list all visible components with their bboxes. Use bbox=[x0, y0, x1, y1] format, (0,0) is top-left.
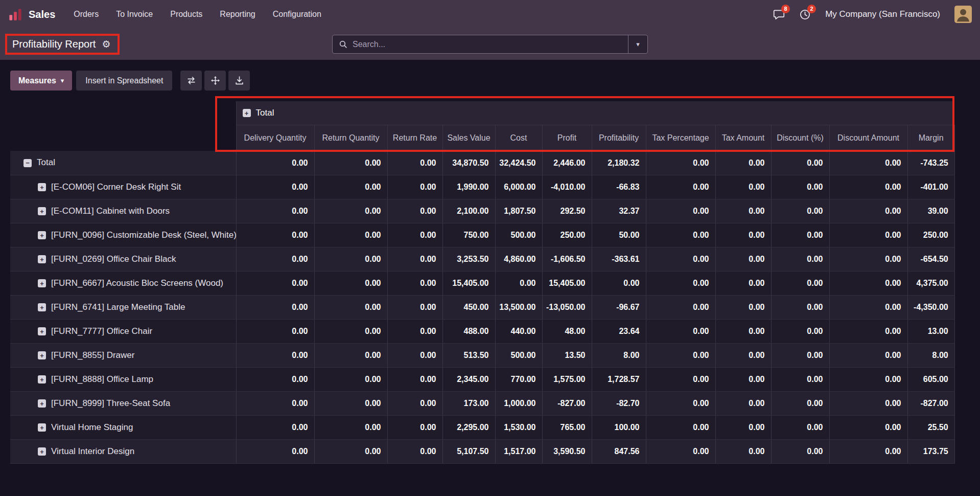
app-name[interactable]: Sales bbox=[29, 9, 55, 20]
search-input[interactable] bbox=[353, 40, 628, 49]
expand-icon[interactable]: + bbox=[243, 109, 251, 117]
pivot-table-wrap: +Total Delivery QuantityReturn QuantityR… bbox=[10, 101, 954, 464]
row-header-furn-6741-large-meeting-table[interactable]: +[FURN_6741] Large Meeting Table bbox=[10, 295, 236, 319]
expand-icon[interactable]: + bbox=[38, 399, 46, 408]
gear-icon[interactable]: ⚙ bbox=[102, 38, 110, 50]
pivot-cell: 250.00 bbox=[542, 223, 592, 247]
expand-icon[interactable]: + bbox=[38, 303, 46, 311]
pivot-cell: 32,424.50 bbox=[495, 151, 542, 175]
row-header-virtual-interior-design[interactable]: +Virtual Interior Design bbox=[10, 439, 236, 463]
column-header-profit[interactable]: Profit bbox=[542, 125, 592, 151]
pivot-cell: 0.00 bbox=[771, 415, 829, 439]
pivot-cell: 0.00 bbox=[715, 271, 771, 295]
pivot-cell: -363.61 bbox=[592, 247, 646, 271]
pivot-cell: 0.00 bbox=[314, 295, 387, 319]
pivot-cell: 0.00 bbox=[387, 439, 442, 463]
menu-item-configuration[interactable]: Configuration bbox=[273, 10, 321, 19]
row-header-furn-8855-drawer[interactable]: +[FURN_8855] Drawer bbox=[10, 343, 236, 367]
row-label: [FURN_8888] Office Lamp bbox=[51, 374, 153, 384]
pivot-cell: 0.00 bbox=[314, 343, 387, 367]
expand-icon[interactable]: + bbox=[38, 351, 46, 359]
row-header-virtual-home-staging[interactable]: +Virtual Home Staging bbox=[10, 415, 236, 439]
avatar[interactable] bbox=[954, 6, 972, 23]
expand-icon[interactable]: + bbox=[38, 255, 46, 263]
pivot-cell: 0.00 bbox=[314, 199, 387, 223]
pivot-cell: 0.00 bbox=[387, 391, 442, 415]
column-header-tax-amount[interactable]: Tax Amount bbox=[715, 125, 771, 151]
column-header-cost[interactable]: Cost bbox=[495, 125, 542, 151]
collapse-icon[interactable]: − bbox=[24, 159, 32, 167]
pivot-toolbar: Measures ▾ Insert in Spreadsheet bbox=[10, 71, 980, 91]
expand-icon[interactable]: + bbox=[38, 183, 46, 191]
row-header-furn-0096-customizable-desk-steel-white[interactable]: +[FURN_0096] Customizable Desk (Steel, W… bbox=[10, 223, 236, 247]
expand-icon[interactable]: + bbox=[38, 423, 46, 432]
pivot-cell: 8.00 bbox=[907, 343, 954, 367]
app-logo-icon[interactable] bbox=[8, 7, 22, 21]
pivot-cell: 0.00 bbox=[646, 247, 715, 271]
pivot-cell: 605.00 bbox=[907, 367, 954, 391]
menu-item-reporting[interactable]: Reporting bbox=[220, 10, 255, 19]
column-header-return-rate[interactable]: Return Rate bbox=[387, 125, 442, 151]
pivot-cell: 1,000.00 bbox=[495, 391, 542, 415]
menu-item-to-invoice[interactable]: To Invoice bbox=[116, 10, 153, 19]
row-header-furn-0269-office-chair-black[interactable]: +[FURN_0269] Office Chair Black bbox=[10, 247, 236, 271]
pivot-cell: 0.00 bbox=[387, 199, 442, 223]
row-header-e-com06-corner-desk-right-sit[interactable]: +[E-COM06] Corner Desk Right Sit bbox=[10, 175, 236, 199]
pivot-cell: 100.00 bbox=[592, 415, 646, 439]
messages-button[interactable]: 8 bbox=[773, 9, 785, 20]
pivot-col-group[interactable]: +Total bbox=[236, 101, 954, 125]
expand-icon[interactable]: + bbox=[38, 207, 46, 215]
pivot-cell: 0.00 bbox=[771, 343, 829, 367]
expand-icon[interactable]: + bbox=[38, 447, 46, 456]
table-row: −Total0.000.000.0034,870.5032,424.502,44… bbox=[10, 151, 954, 175]
expand-icon[interactable]: + bbox=[38, 231, 46, 239]
pivot-cell: 0.00 bbox=[771, 271, 829, 295]
pivot-cell: 13.50 bbox=[542, 343, 592, 367]
pivot-table: +Total Delivery QuantityReturn QuantityR… bbox=[10, 101, 955, 464]
expand-icon[interactable]: + bbox=[38, 327, 46, 335]
pivot-cell: 0.00 bbox=[646, 199, 715, 223]
pivot-cell: 0.00 bbox=[236, 175, 314, 199]
column-header-return-quantity[interactable]: Return Quantity bbox=[314, 125, 387, 151]
menu-item-products[interactable]: Products bbox=[170, 10, 202, 19]
row-header-furn-8999-three-seat-sofa[interactable]: +[FURN_8999] Three-Seat Sofa bbox=[10, 391, 236, 415]
row-header-furn-7777-office-chair[interactable]: +[FURN_7777] Office Chair bbox=[10, 319, 236, 343]
main-menu: OrdersTo InvoiceProductsReportingConfigu… bbox=[74, 10, 321, 19]
flip-axis-button[interactable] bbox=[180, 71, 202, 91]
row-header-total[interactable]: −Total bbox=[10, 151, 236, 175]
pivot-cell: -1,606.50 bbox=[542, 247, 592, 271]
expand-all-icon bbox=[211, 76, 220, 85]
column-header-sales-value[interactable]: Sales Value bbox=[442, 125, 495, 151]
company-switcher[interactable]: My Company (San Francisco) bbox=[825, 9, 940, 19]
row-header-furn-8888-office-lamp[interactable]: +[FURN_8888] Office Lamp bbox=[10, 367, 236, 391]
pivot-cell: 0.00 bbox=[314, 367, 387, 391]
expand-icon[interactable]: + bbox=[38, 279, 46, 287]
pivot-cell: 0.00 bbox=[771, 391, 829, 415]
pivot-cell: 0.00 bbox=[646, 343, 715, 367]
row-header-furn-6667-acoustic-bloc-screens-wood[interactable]: +[FURN_6667] Acoustic Bloc Screens (Wood… bbox=[10, 271, 236, 295]
menu-item-orders[interactable]: Orders bbox=[74, 10, 99, 19]
pivot-cell: 0.00 bbox=[387, 367, 442, 391]
messages-badge: 8 bbox=[781, 5, 790, 13]
pivot-cell: 0.00 bbox=[646, 175, 715, 199]
pivot-cell: 0.00 bbox=[829, 367, 907, 391]
pivot-cell: 500.00 bbox=[495, 223, 542, 247]
column-header-delivery-quantity[interactable]: Delivery Quantity bbox=[236, 125, 314, 151]
column-header-margin[interactable]: Margin bbox=[907, 125, 954, 151]
row-header-e-com11-cabinet-with-doors[interactable]: +[E-COM11] Cabinet with Doors bbox=[10, 199, 236, 223]
search-dropdown-toggle[interactable]: ▾ bbox=[628, 35, 647, 53]
activities-button[interactable]: 2 bbox=[799, 9, 811, 20]
column-header-profitability[interactable]: Profitability bbox=[592, 125, 646, 151]
expand-all-button[interactable] bbox=[204, 71, 226, 91]
pivot-cell: -4,010.00 bbox=[542, 175, 592, 199]
pivot-cell: 488.00 bbox=[442, 319, 495, 343]
pivot-cell: 0.00 bbox=[646, 319, 715, 343]
measures-button[interactable]: Measures ▾ bbox=[10, 71, 72, 91]
pivot-cell: 3,253.50 bbox=[442, 247, 495, 271]
expand-icon[interactable]: + bbox=[38, 375, 46, 384]
download-button[interactable] bbox=[228, 71, 250, 91]
column-header-discount-amount[interactable]: Discount Amount bbox=[829, 125, 907, 151]
column-header-tax-percentage[interactable]: Tax Percentage bbox=[646, 125, 715, 151]
column-header-discount[interactable]: Discount (%) bbox=[771, 125, 829, 151]
insert-in-spreadsheet-button[interactable]: Insert in Spreadsheet bbox=[76, 71, 172, 91]
